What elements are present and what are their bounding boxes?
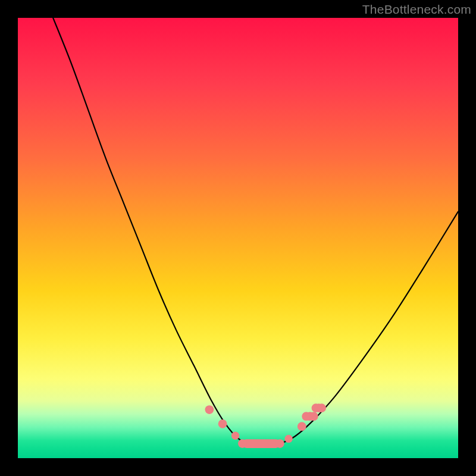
valley-marker — [298, 422, 306, 431]
valley-marker — [275, 439, 284, 448]
plot-area — [18, 18, 458, 458]
valley-marker — [309, 412, 318, 421]
valley-marker — [238, 439, 247, 448]
watermark-text: TheBottleneck.com — [362, 2, 471, 17]
valley-marker — [317, 403, 326, 412]
valley-marker — [231, 432, 239, 440]
valley-marker — [284, 435, 292, 443]
valley-marker — [242, 439, 280, 448]
chart-frame: TheBottleneck.com — [0, 0, 476, 476]
valley-marker — [218, 419, 227, 428]
bottleneck-curve — [53, 18, 458, 446]
valley-marker — [205, 405, 214, 414]
curve-layer — [18, 18, 458, 458]
